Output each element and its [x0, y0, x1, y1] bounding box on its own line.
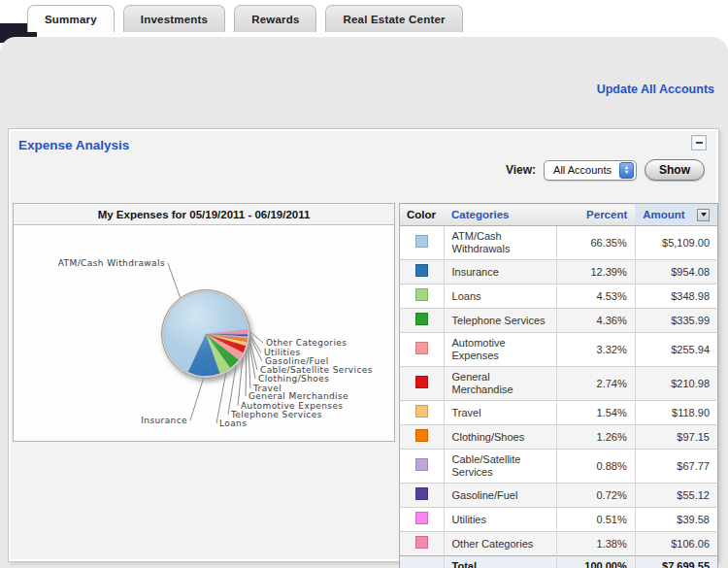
percent-cell: 1.54%	[557, 401, 636, 425]
table-row: General Merchandise2.74%$210.98	[400, 367, 718, 401]
amount-cell: $55.12	[635, 484, 717, 508]
table-header-row: Color Categories Percent Amount	[400, 204, 718, 226]
pie-leader-line	[246, 351, 247, 397]
color-swatch	[415, 405, 428, 418]
expense-pie-chart-box: My Expenses for 05/19/2011 - 06/19/2011 …	[13, 203, 395, 442]
sort-dropdown-icon[interactable]	[697, 209, 710, 221]
percent-cell: 2.74%	[557, 367, 636, 401]
amount-cell: $954.08	[635, 260, 717, 284]
color-swatch	[415, 342, 428, 354]
table-row: Clothing/Shoes1.26%$97.15	[400, 425, 718, 450]
col-header-categories[interactable]: Categories	[444, 204, 556, 226]
table-row: Cable/Satellite Services0.88%$67.77	[400, 450, 718, 484]
pie-label: ATM/Cash Withdrawals	[58, 258, 165, 268]
expense-collapse-button[interactable]	[691, 135, 707, 150]
col-header-amount[interactable]: Amount	[635, 204, 717, 226]
tab-bar: SummaryInvestmentsRewardsReal Estate Cen…	[27, 5, 463, 32]
tab-summary[interactable]: Summary	[27, 5, 115, 32]
percent-cell: 3.32%	[557, 333, 636, 367]
table-row: Insurance12.39%$954.08	[400, 260, 718, 284]
category-cell: Utilities	[444, 508, 556, 532]
table-row: ATM/Cash Withdrawals66.35%$5,109.00	[400, 226, 718, 260]
total-percent: 100.00%	[557, 556, 636, 568]
color-swatch-cell	[400, 309, 445, 333]
color-swatch-cell	[400, 425, 445, 450]
pie-gloss	[164, 292, 248, 376]
amount-cell: $106.06	[635, 532, 717, 556]
amount-cell: $255.94	[635, 333, 717, 367]
view-controls: View: All Accounts ▲▼ Show	[506, 159, 705, 181]
category-cell: Automotive Expenses	[444, 333, 556, 367]
color-swatch-cell	[400, 508, 445, 532]
color-swatch	[415, 487, 428, 500]
color-swatch-cell	[400, 284, 445, 309]
category-cell: Cable/Satellite Services	[444, 450, 556, 484]
color-swatch	[415, 264, 428, 277]
amount-cell: $39.58	[635, 508, 717, 532]
category-cell: Gasoline/Fuel	[444, 484, 556, 508]
total-amount: $7,699.55	[635, 556, 717, 568]
amount-cell: $348.98	[635, 284, 717, 309]
update-all-accounts-link[interactable]: Update All Accounts	[597, 83, 714, 96]
color-swatch	[415, 288, 428, 301]
color-swatch-cell	[400, 367, 445, 401]
percent-cell: 0.88%	[557, 450, 636, 484]
col-header-color[interactable]: Color	[400, 204, 445, 226]
category-cell: General Merchandise	[444, 367, 556, 401]
percent-cell: 1.26%	[557, 425, 636, 450]
color-swatch	[415, 536, 428, 549]
total-color-cell	[400, 556, 445, 568]
color-swatch-cell	[400, 226, 445, 260]
page: SummaryInvestmentsRewardsReal Estate Cen…	[0, 0, 728, 568]
amount-cell: $67.77	[635, 450, 717, 484]
category-cell: Telephone Services	[444, 309, 556, 333]
pie-leader-line	[228, 366, 236, 416]
expense-pie-chart: ATM/Cash WithdrawalsOther CategoriesUtil…	[14, 225, 394, 440]
category-cell: Travel	[444, 401, 556, 425]
pie-label: Insurance	[141, 416, 187, 425]
accounts-select[interactable]: All Accounts ▲▼	[544, 160, 637, 181]
table-row: Travel1.54%$118.90	[400, 401, 718, 425]
color-swatch	[415, 512, 428, 524]
table-row: Other Categories1.38%$106.06	[400, 532, 718, 556]
minus-icon	[696, 142, 703, 144]
percent-cell: 12.39%	[557, 260, 636, 284]
col-header-percent[interactable]: Percent	[557, 204, 636, 226]
table-row: Utilities0.51%$39.58	[400, 508, 718, 532]
color-swatch-cell	[400, 484, 445, 508]
color-swatch-cell	[400, 450, 445, 484]
pie-label: Clothing/Shoes	[258, 374, 329, 384]
category-cell: Insurance	[444, 260, 556, 284]
color-swatch	[415, 458, 428, 471]
tab-rewards[interactable]: Rewards	[234, 5, 316, 32]
tab-real-estate-center[interactable]: Real Estate Center	[325, 5, 462, 32]
percent-cell: 1.38%	[557, 532, 636, 556]
percent-cell: 66.35%	[557, 226, 636, 260]
pie-leader-line	[248, 345, 250, 388]
pie-leader-line	[238, 357, 243, 406]
select-arrows-icon: ▲▼	[619, 162, 634, 179]
percent-cell: 0.51%	[557, 508, 636, 532]
pie-label: General Merchandise	[248, 391, 348, 401]
table-row: Loans4.53%$348.98	[400, 284, 718, 309]
table-row: Automotive Expenses3.32%$255.94	[400, 333, 718, 367]
color-swatch-cell	[400, 532, 445, 556]
amount-cell: $97.15	[635, 425, 717, 450]
category-cell: ATM/Cash Withdrawals	[444, 226, 556, 260]
color-swatch-cell	[400, 333, 445, 367]
color-swatch	[415, 376, 428, 388]
amount-cell: $118.90	[635, 401, 717, 425]
color-swatch	[415, 235, 428, 248]
pie-label: Loans	[219, 418, 247, 428]
table-row: Telephone Services4.36%$335.99	[400, 309, 718, 333]
color-swatch	[415, 429, 428, 442]
amount-cell: $210.98	[635, 367, 717, 401]
show-button[interactable]: Show	[645, 159, 705, 181]
tab-investments[interactable]: Investments	[123, 5, 225, 32]
color-swatch-cell	[400, 401, 445, 425]
pie-leader-line	[216, 373, 226, 423]
color-swatch	[415, 313, 428, 325]
accounts-select-value: All Accounts	[553, 164, 612, 176]
expense-table: Color Categories Percent Amount	[399, 203, 718, 568]
percent-cell: 4.53%	[557, 284, 636, 309]
